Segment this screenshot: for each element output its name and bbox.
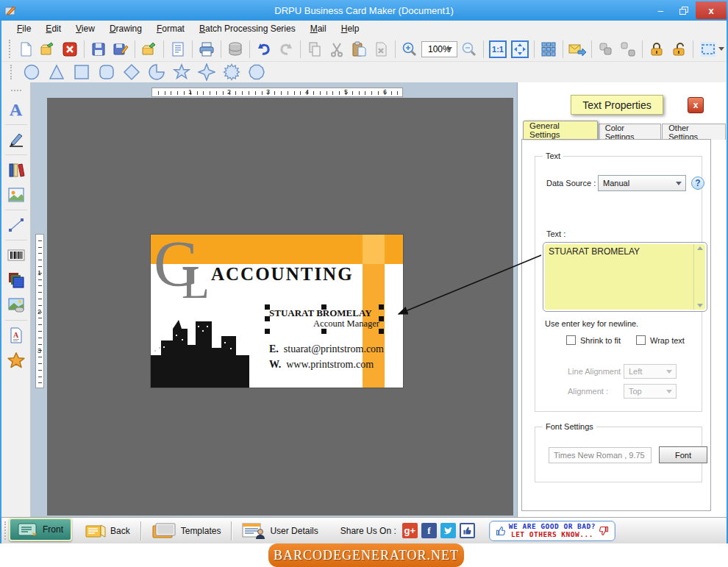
front-button[interactable]: Front: [9, 518, 72, 541]
star-object-button[interactable]: [4, 348, 28, 373]
bottombar-drag-handle[interactable]: [4, 521, 7, 540]
fit-to-screen-icon: [511, 40, 529, 58]
shape-rounded-square-button[interactable]: [97, 63, 116, 82]
menu-format[interactable]: Format: [150, 22, 191, 35]
data-source-dropdown[interactable]: Manual: [598, 175, 686, 191]
zoom-in-icon: [402, 41, 418, 57]
pen-tool-button[interactable]: [4, 127, 28, 152]
star-object-icon: [7, 351, 26, 370]
shape-pie-button[interactable]: [147, 63, 166, 82]
tab-general-settings[interactable]: General Settings: [523, 121, 598, 140]
lock-button[interactable]: [646, 39, 667, 60]
help-icon[interactable]: ?: [691, 176, 704, 190]
zoom-in-button[interactable]: [399, 39, 420, 60]
grid-icon: [540, 41, 557, 57]
toolbar-drag-handle[interactable]: [9, 40, 11, 58]
hruler-number: 3: [266, 88, 270, 96]
actual-size-button[interactable]: 1:1: [488, 39, 508, 60]
user-details-button[interactable]: User Details: [236, 521, 324, 541]
shape-diamond-button[interactable]: [122, 63, 141, 82]
paste-button[interactable]: [349, 39, 369, 60]
menu-mail[interactable]: Mail: [304, 22, 333, 35]
color-library-button[interactable]: [4, 157, 28, 182]
panel-close-button[interactable]: x: [688, 97, 704, 113]
save-as-button[interactable]: [110, 39, 131, 60]
menu-help[interactable]: Help: [335, 22, 366, 35]
line-tool-button[interactable]: [4, 213, 28, 238]
shape-square-button[interactable]: [72, 63, 91, 82]
cut-button[interactable]: [326, 39, 347, 60]
menu-batch-processing-series[interactable]: Batch Processing Series: [193, 22, 302, 35]
grid-button[interactable]: [538, 39, 559, 60]
export-button[interactable]: [139, 39, 160, 60]
tab-color-settings[interactable]: Color Settings: [599, 124, 662, 140]
twitter-icon[interactable]: [440, 523, 456, 538]
print-preview-button[interactable]: [168, 39, 188, 60]
redo-button[interactable]: [276, 39, 296, 60]
shape-star5-button[interactable]: [172, 63, 191, 82]
new-document-icon: [18, 41, 34, 57]
shape-triangle-button[interactable]: [47, 63, 66, 82]
facebook-icon[interactable]: f: [421, 523, 437, 538]
chevron-down-icon: [676, 182, 682, 185]
text-document-button[interactable]: A: [4, 323, 28, 348]
ungroup-button[interactable]: [618, 39, 638, 60]
card-stripe-overlap: [363, 235, 385, 264]
sidebar-drag-handle[interactable]: [11, 90, 21, 91]
templates-button[interactable]: Templates: [146, 521, 227, 541]
text-tool-button[interactable]: A: [4, 97, 28, 122]
copy-icon: [307, 41, 323, 57]
shrink-to-fit-checkbox[interactable]: [566, 335, 576, 345]
textarea-scrollbar[interactable]: [693, 244, 705, 310]
font-button[interactable]: Font: [659, 446, 707, 463]
unlock-icon: [671, 41, 687, 57]
menu-view[interactable]: View: [69, 22, 101, 35]
selection-tool-button[interactable]: [697, 39, 727, 60]
send-mail-button[interactable]: [567, 39, 588, 60]
group-button[interactable]: [596, 39, 616, 60]
wrap-text-checkbox[interactable]: [636, 335, 646, 345]
chevron-down-icon: [666, 390, 672, 393]
print-button[interactable]: [196, 39, 217, 60]
background-tool-button[interactable]: [4, 268, 28, 293]
save-button[interactable]: [88, 39, 109, 60]
like-icon[interactable]: [460, 523, 475, 538]
text-value-textarea[interactable]: STUARAT BROMELAY: [545, 244, 705, 310]
new-document-button[interactable]: [15, 39, 36, 60]
zoom-level-combobox[interactable]: 100%: [421, 41, 457, 57]
business-card-preview[interactable]: G L ACCOUNTING STUARAT BROMELAY Account …: [151, 235, 403, 388]
barcode-tool-button[interactable]: [4, 243, 28, 268]
alignment-dropdown[interactable]: Top: [624, 384, 677, 399]
newline-hint: Use enter key for newline.: [545, 319, 638, 328]
picture-shape-button[interactable]: [4, 293, 28, 318]
back-button[interactable]: Back: [79, 521, 136, 541]
selection-handles[interactable]: [265, 304, 384, 334]
shape-circle-button[interactable]: [22, 63, 41, 82]
image-tool-button[interactable]: [4, 182, 28, 207]
close-button[interactable]: x: [696, 1, 727, 19]
line-alignment-dropdown[interactable]: Left: [624, 364, 677, 379]
minimize-button[interactable]: –: [649, 1, 672, 19]
restore-button[interactable]: [672, 1, 696, 19]
unlock-button[interactable]: [668, 39, 689, 60]
menu-edit[interactable]: Edit: [39, 22, 68, 35]
barcodegenerator-banner[interactable]: BARCODEGENERATOR.NET: [268, 543, 464, 567]
feedback-button[interactable]: WE ARE GOOD OR BAD? LET OTHERS KNOW...: [489, 521, 615, 541]
google-plus-icon[interactable]: g+: [402, 523, 418, 538]
tab-other-settings[interactable]: Other Settings: [662, 124, 726, 140]
shapes-toolbar-drag-handle[interactable]: [10, 65, 13, 79]
copy-button[interactable]: [304, 39, 325, 60]
zoom-out-button[interactable]: [459, 39, 479, 60]
design-canvas[interactable]: 1 2 3 4 5 6 1 2 3: [31, 82, 517, 517]
database-button[interactable]: [225, 39, 246, 60]
menu-drawing[interactable]: Drawing: [103, 22, 149, 35]
shape-star4-button[interactable]: [197, 63, 216, 82]
menu-file[interactable]: File: [10, 22, 38, 35]
shape-polygon-button[interactable]: [247, 63, 266, 82]
undo-button[interactable]: [254, 39, 274, 60]
close-document-button[interactable]: [60, 39, 80, 60]
open-document-button[interactable]: [38, 39, 58, 60]
delete-button[interactable]: [371, 39, 391, 60]
shape-burst-button[interactable]: [222, 63, 241, 82]
fit-to-screen-button[interactable]: [510, 39, 530, 60]
